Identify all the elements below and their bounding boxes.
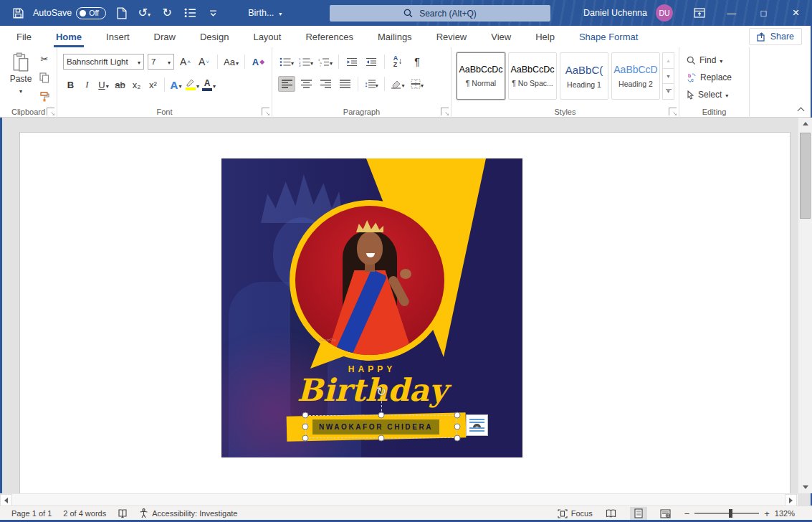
vertical-scrollbar[interactable]	[798, 118, 812, 493]
scroll-up-icon[interactable]	[798, 118, 812, 130]
line-spacing-button[interactable]: ↕	[363, 76, 380, 92]
selection-handle-middle-left[interactable]	[302, 424, 309, 430]
avatar[interactable]: DU	[656, 4, 673, 22]
autosave-toggle[interactable]: Off	[76, 7, 106, 19]
selection-handle-bottom-right[interactable]	[454, 435, 461, 442]
tab-shape-format[interactable]: Shape Format	[577, 26, 640, 47]
tab-design[interactable]: Design	[198, 26, 231, 47]
justify-button[interactable]	[336, 76, 353, 92]
scroll-right-icon[interactable]	[785, 494, 797, 506]
save-icon[interactable]	[10, 5, 26, 21]
clipboard-dialog-launcher[interactable]	[47, 108, 54, 115]
tab-layout[interactable]: Layout	[251, 26, 283, 47]
align-left-button[interactable]	[278, 76, 295, 92]
bold-button[interactable]: B	[63, 77, 78, 92]
cut-icon[interactable]: ✂	[37, 52, 52, 65]
selection-handle-top-right[interactable]	[454, 412, 461, 419]
accessibility-status[interactable]: Accessibility: Investigate	[139, 508, 237, 518]
borders-button[interactable]	[409, 76, 426, 92]
change-case-button[interactable]: Aa	[224, 54, 239, 70]
italic-button[interactable]: I	[80, 77, 95, 92]
text-effects-button[interactable]: A	[168, 77, 183, 92]
scroll-down-icon[interactable]	[798, 481, 812, 493]
document-title[interactable]: Birth...	[248, 8, 282, 18]
show-formatting-marks-button[interactable]: ¶	[409, 54, 426, 70]
clear-formatting-button[interactable]: A◆	[251, 54, 266, 70]
share-button[interactable]: Share	[749, 28, 802, 45]
tab-view[interactable]: View	[489, 26, 513, 47]
find-button[interactable]: Find	[687, 55, 722, 65]
grow-font-button[interactable]: A˄	[178, 54, 193, 70]
format-painter-icon[interactable]	[37, 90, 52, 103]
layout-options-button[interactable]	[466, 414, 488, 436]
scroll-left-icon[interactable]	[0, 494, 12, 506]
decrease-indent-button[interactable]	[343, 54, 360, 70]
page-indicator[interactable]: Page 1 of 1	[11, 509, 52, 518]
autosave-control[interactable]: AutoSave Off	[33, 7, 106, 19]
zoom-slider[interactable]	[694, 513, 759, 514]
read-mode-icon[interactable]	[603, 507, 620, 520]
rotation-handle[interactable]: ↻	[376, 384, 386, 399]
zoom-level[interactable]: 132%	[775, 509, 795, 518]
tab-insert[interactable]: Insert	[104, 26, 132, 47]
style-normal[interactable]: AaBbCcDc ¶ Normal	[457, 52, 505, 100]
print-layout-icon[interactable]	[630, 507, 647, 520]
align-right-button[interactable]	[317, 76, 334, 92]
vertical-scroll-thumb[interactable]	[800, 133, 811, 219]
font-size-select[interactable]: 7	[148, 54, 174, 70]
styles-scroll-up-icon[interactable]: ▲	[663, 53, 674, 69]
font-dialog-launcher[interactable]	[262, 108, 269, 115]
styles-dialog-launcher[interactable]	[669, 108, 677, 115]
selection-handle-bottom-left[interactable]	[302, 435, 309, 442]
copy-icon[interactable]	[37, 71, 52, 84]
strikethrough-button[interactable]: ab	[113, 77, 128, 92]
selection-handle-top-center[interactable]	[378, 412, 385, 419]
shrink-font-button[interactable]: A˅	[196, 54, 211, 70]
tab-help[interactable]: Help	[533, 26, 557, 47]
proofing-icon[interactable]	[118, 508, 128, 518]
style-heading-2[interactable]: AaBbCcD Heading 2	[611, 52, 660, 100]
sort-button[interactable]: AZ↓	[389, 54, 406, 70]
document-page[interactable]: BeatzPix HAPPY Birthday NWAOKAFOR CHIDER…	[19, 132, 790, 493]
font-color-button[interactable]: A	[201, 77, 216, 92]
search-input[interactable]: Search (Alt+Q)	[330, 5, 550, 22]
highlight-color-button[interactable]	[185, 77, 200, 92]
underline-button[interactable]: U	[96, 77, 111, 92]
paste-button[interactable]: Paste	[6, 52, 36, 105]
undo-dropdown-icon[interactable]	[148, 7, 151, 19]
birthday-card-image[interactable]: BeatzPix HAPPY Birthday NWAOKAFOR CHIDER…	[221, 158, 522, 457]
tab-review[interactable]: Review	[434, 26, 469, 47]
close-button[interactable]: ×	[780, 0, 812, 26]
customize-quick-access-icon[interactable]	[205, 5, 221, 21]
new-document-icon[interactable]	[113, 5, 129, 21]
styles-gallery-more-icon[interactable]: ▼	[663, 84, 674, 99]
paste-dropdown-icon[interactable]	[19, 85, 22, 95]
zoom-slider-thumb[interactable]	[729, 509, 732, 518]
selection-handle-middle-right[interactable]	[454, 424, 461, 430]
ribbon-display-options-icon[interactable]	[683, 0, 715, 26]
style-heading-1[interactable]: AaBbC( Heading 1	[560, 52, 608, 100]
replace-button[interactable]: bc Replace	[687, 72, 732, 82]
document-area[interactable]: BeatzPix HAPPY Birthday NWAOKAFOR CHIDER…	[0, 118, 798, 493]
selection-handle-bottom-center[interactable]	[378, 435, 385, 442]
superscript-button[interactable]: x²	[145, 77, 161, 92]
align-center-button[interactable]	[297, 76, 315, 92]
tab-draw[interactable]: Draw	[152, 26, 178, 47]
collapse-ribbon-icon[interactable]	[798, 106, 805, 113]
numbering-button[interactable]: 123	[297, 54, 315, 70]
focus-button[interactable]: Focus	[558, 509, 593, 518]
tab-references[interactable]: References	[303, 26, 355, 47]
styles-scroll-down-icon[interactable]: ▼	[663, 69, 674, 85]
maximize-button[interactable]: □	[747, 0, 780, 26]
style-no-spacing[interactable]: AaBbCcDc ¶ No Spac...	[508, 52, 557, 100]
undo-icon[interactable]: ↺	[136, 5, 152, 21]
user-name[interactable]: Daniel Uchenna	[583, 8, 647, 18]
document-title-dropdown-icon[interactable]	[279, 8, 282, 18]
zoom-in-icon[interactable]: +	[764, 508, 770, 519]
horizontal-scrollbar[interactable]	[0, 493, 798, 506]
zoom-out-icon[interactable]: −	[684, 508, 690, 519]
tab-mailings[interactable]: Mailings	[376, 26, 414, 47]
select-button[interactable]: Select	[687, 90, 728, 100]
word-count[interactable]: 2 of 4 words	[63, 509, 106, 518]
bullet-list-icon[interactable]	[182, 5, 198, 21]
